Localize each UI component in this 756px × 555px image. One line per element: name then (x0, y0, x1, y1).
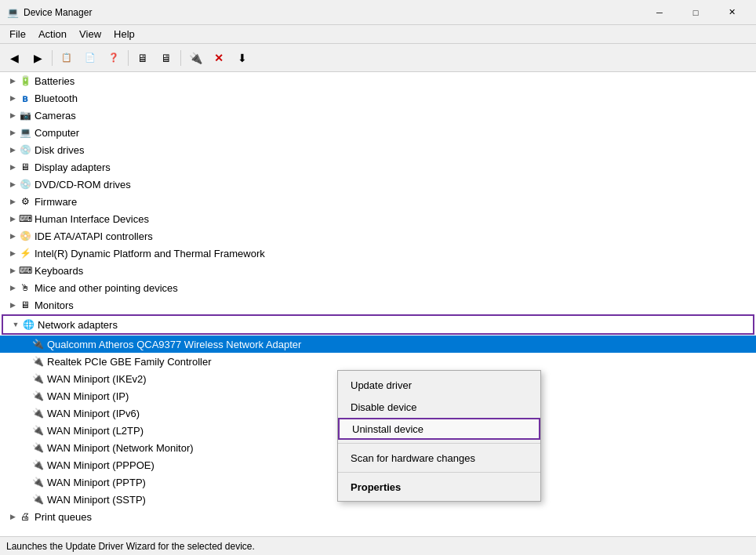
icon-wan-pppoe: 🔌 (31, 459, 44, 471)
icon-batteries: 🔋 (19, 74, 31, 87)
toolbar-remove[interactable]: ✕ (208, 47, 230, 69)
label-dvd: DVD/CD-ROM drives (35, 179, 131, 190)
main-content: ▶ 🔋 Batteries ▶ ʙ Bluetooth ▶ 📷 Cameras … (0, 72, 756, 536)
toolbar-scan[interactable]: 🖥 (132, 47, 154, 69)
ctx-properties[interactable]: Properties (338, 476, 540, 498)
label-wan-pppoe: WAN Miniport (PPPOE) (47, 459, 154, 471)
tree-item-ide[interactable]: ▶ 📀 IDE ATA/ATAPI controllers (0, 227, 756, 245)
label-wan-ip: WAN Miniport (IP) (47, 390, 129, 402)
tree-item-hid[interactable]: ▶ ⌨ Human Interface Devices (0, 210, 756, 227)
label-firmware: Firmware (35, 196, 77, 208)
tree-item-disk[interactable]: ▶ 💿 Disk drives (0, 141, 756, 158)
icon-dvd: 💿 (19, 178, 31, 190)
minimize-button[interactable]: ─ (642, 0, 678, 25)
status-text: Launches the Update Driver Wizard for th… (6, 541, 255, 552)
maximize-button[interactable]: □ (678, 0, 714, 25)
menu-bar: File Action View Help (0, 25, 756, 44)
ctx-update-driver[interactable]: Update driver (338, 374, 540, 396)
icon-wan-ipv6: 🔌 (31, 407, 44, 419)
expander-intel[interactable]: ▶ (6, 247, 19, 259)
toolbar-properties[interactable]: 📋 (56, 47, 78, 69)
ctx-uninstall-device[interactable]: Uninstall device (338, 418, 540, 440)
label-print: Print queues (35, 511, 92, 523)
tree-item-print[interactable]: ▶ 🖨 Print queues (0, 508, 756, 525)
label-intel: Intel(R) Dynamic Platform and Thermal Fr… (35, 248, 265, 259)
tree-item-network[interactable]: ▼ 🌐 Network adapters (3, 316, 753, 333)
ctx-update-driver-label: Update driver (351, 379, 412, 391)
icon-realtek: 🔌 (31, 355, 44, 368)
close-button[interactable]: ✕ (714, 0, 750, 25)
expander-disk[interactable]: ▶ (6, 143, 19, 156)
tree-item-display[interactable]: ▶ 🖥 Display adapters (0, 158, 756, 176)
toolbar-add-device[interactable]: 🔌 (184, 47, 206, 69)
toolbar-down[interactable]: ⬇ (231, 47, 253, 69)
icon-wan-ikev2: 🔌 (31, 372, 44, 385)
icon-print: 🖨 (19, 510, 31, 523)
expander-firmware[interactable]: ▶ (6, 195, 19, 208)
label-disk: Disk drives (35, 144, 85, 156)
label-keyboards: Keyboards (35, 265, 83, 277)
toolbar-update-driver[interactable]: 📄 (79, 47, 101, 69)
toolbar-back[interactable]: ◀ (3, 47, 25, 69)
tree-item-dvd[interactable]: ▶ 💿 DVD/CD-ROM drives (0, 176, 756, 193)
expander-bluetooth[interactable]: ▶ (6, 92, 19, 104)
expander-batteries[interactable]: ▶ (6, 74, 19, 87)
tree-item-batteries[interactable]: ▶ 🔋 Batteries (0, 72, 756, 89)
tree-item-cameras[interactable]: ▶ 📷 Cameras (0, 107, 756, 124)
label-qualcomm: Qualcomm Atheros QCA9377 Wireless Networ… (47, 339, 301, 350)
tree-item-firmware[interactable]: ▶ ⚙ Firmware (0, 193, 756, 210)
label-realtek: Realtek PCIe GBE Family Controller (47, 356, 212, 368)
expander-hid[interactable]: ▶ (6, 212, 19, 225)
expander-computer[interactable]: ▶ (6, 126, 19, 139)
tree-item-qualcomm[interactable]: 🔌 Qualcomm Atheros QCA9377 Wireless Netw… (0, 336, 756, 353)
toolbar-sep2 (128, 50, 129, 66)
expander-dvd[interactable]: ▶ (6, 178, 19, 190)
icon-hid: ⌨ (19, 212, 31, 225)
expander-monitors[interactable]: ▶ (6, 299, 19, 311)
icon-display: 🖥 (19, 161, 31, 173)
toolbar-forward[interactable]: ▶ (27, 47, 49, 69)
network-adapters-group: ▼ 🌐 Network adapters (2, 314, 754, 335)
icon-mice: 🖱 (19, 281, 31, 294)
label-wan-sstp: WAN Miniport (SSTP) (47, 494, 146, 506)
tree-item-keyboards[interactable]: ▶ ⌨ Keyboards (0, 262, 756, 279)
label-cameras: Cameras (35, 110, 76, 122)
toolbar-sep3 (180, 50, 181, 66)
tree-item-computer[interactable]: ▶ 💻 Computer (0, 124, 756, 141)
expander-network[interactable]: ▼ (9, 318, 22, 331)
icon-bluetooth: ʙ (19, 92, 31, 104)
expander-display[interactable]: ▶ (6, 161, 19, 173)
expander-ide[interactable]: ▶ (6, 230, 19, 242)
window-controls: ─ □ ✕ (642, 0, 750, 25)
device-tree[interactable]: ▶ 🔋 Batteries ▶ ʙ Bluetooth ▶ 📷 Cameras … (0, 72, 756, 536)
menu-view[interactable]: View (73, 27, 107, 42)
ctx-sep2 (338, 472, 540, 473)
expander-keyboards[interactable]: ▶ (6, 264, 19, 277)
menu-file[interactable]: File (3, 27, 32, 42)
tree-item-intel[interactable]: ▶ ⚡ Intel(R) Dynamic Platform and Therma… (0, 245, 756, 262)
expander-print[interactable]: ▶ (6, 510, 19, 523)
tree-item-mice[interactable]: ▶ 🖱 Mice and other pointing devices (0, 279, 756, 296)
title-bar-text: Device Manager (24, 7, 642, 18)
label-wan-netmon: WAN Miniport (Network Monitor) (47, 442, 194, 454)
label-wan-pptp: WAN Miniport (PPTP) (47, 477, 146, 488)
toolbar-help[interactable]: ❓ (103, 47, 125, 69)
ctx-disable-device[interactable]: Disable device (338, 396, 540, 418)
icon-firmware: ⚙ (19, 195, 31, 208)
icon-qualcomm: 🔌 (31, 338, 44, 350)
menu-help[interactable]: Help (107, 27, 141, 42)
icon-wan-ip: 🔌 (31, 390, 44, 402)
title-bar: 💻 Device Manager ─ □ ✕ (0, 0, 756, 25)
icon-wan-pptp: 🔌 (31, 476, 44, 488)
expander-cameras[interactable]: ▶ (6, 109, 19, 122)
menu-action[interactable]: Action (32, 27, 73, 42)
tree-item-realtek[interactable]: 🔌 Realtek PCIe GBE Family Controller (0, 353, 756, 370)
tree-item-monitors[interactable]: ▶ 🖥 Monitors (0, 296, 756, 314)
context-menu: Update driver Disable device Uninstall d… (337, 370, 541, 502)
tree-item-bluetooth[interactable]: ▶ ʙ Bluetooth (0, 89, 756, 107)
icon-network: 🌐 (22, 318, 35, 331)
status-bar: Launches the Update Driver Wizard for th… (0, 536, 756, 555)
expander-mice[interactable]: ▶ (6, 281, 19, 294)
toolbar-display[interactable]: 🖥 (155, 47, 177, 69)
ctx-scan[interactable]: Scan for hardware changes (338, 447, 540, 469)
